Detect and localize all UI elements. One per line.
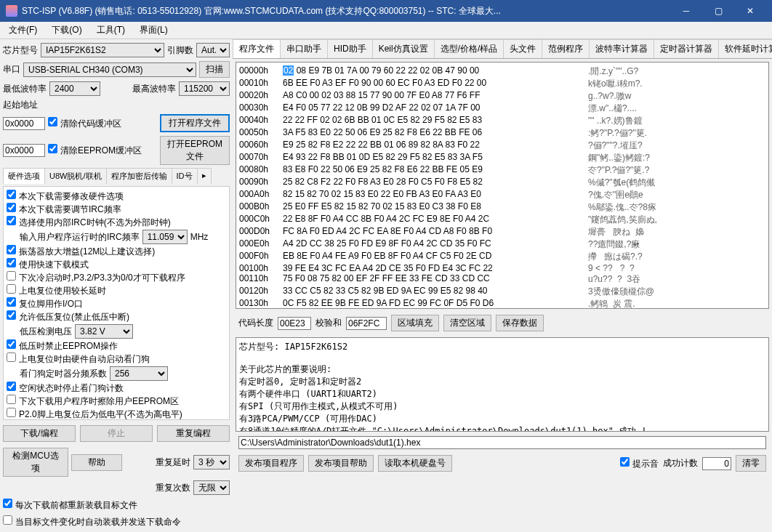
addr-code-input[interactable]: [3, 117, 45, 130]
left-panel: 芯片型号 IAP15F2K61S2 引脚数 Aut. 串口 USB-SERIAL…: [0, 39, 233, 532]
code-length-label: 代码长度: [238, 317, 273, 329]
clear-code-check[interactable]: 清除代码缓冲区: [48, 117, 121, 130]
lvd-label: 低压检测电压: [20, 326, 72, 338]
clear-eeprom-check[interactable]: 清除EEPROM缓冲区: [48, 144, 142, 157]
download-button[interactable]: 下载/编程: [3, 425, 76, 442]
open-eeprom-file-button[interactable]: 打开EEPROM文件: [160, 136, 230, 165]
tab-baud-calc[interactable]: 波特率计算器: [589, 39, 654, 58]
read-hw-id-button[interactable]: 读取本机硬盘号: [378, 455, 452, 472]
port-label: 串口: [3, 63, 20, 76]
pin-select[interactable]: Aut.: [196, 43, 230, 57]
menu-ui[interactable]: 界面(L): [134, 23, 174, 38]
hex-view[interactable]: 00000h 02 08 E9 7B 01 7A 00 79 60 22 22 …: [236, 62, 769, 309]
checksum-field[interactable]: [346, 317, 387, 330]
minimize-button[interactable]: ─: [670, 0, 702, 22]
success-count-field[interactable]: [702, 457, 731, 470]
hw-option[interactable]: 下次冷启动时,P3.2/P3.3为0/0才可下载程序: [7, 273, 185, 283]
hw-option[interactable]: 本次下载需要调节IRC频率: [7, 204, 121, 214]
menubar: 文件(F) 下载(O) 工具(T) 界面(L): [0, 22, 772, 39]
file-path-input[interactable]: [238, 436, 766, 449]
tab-timer-calc[interactable]: 定时器计算器: [654, 39, 719, 58]
port-select[interactable]: USB-SERIAL CH340 (COM3): [23, 63, 196, 77]
hw-panel: 本次下载需要修改硬件选项本次下载需要调节IRC频率选择使用内部IRC时钟(不选为…: [3, 186, 230, 420]
fill-region-button[interactable]: 区域填充: [391, 315, 439, 331]
checksum-label: 校验和: [315, 317, 342, 329]
auto-reload-check[interactable]: 每次下载前都重新装载目标文件: [3, 499, 230, 512]
auto-cmd-check[interactable]: 当目标文件变化时自动装载并发送下载命令: [3, 515, 230, 528]
retimes-label: 重复次数: [156, 482, 190, 494]
hw-tab-u8w[interactable]: U8W脱机/联机: [44, 168, 107, 184]
beep-check[interactable]: 提示音: [620, 457, 659, 470]
right-panel: 程序文件 串口助手 HID助手 Keil仿真设置 选型/价格/样品 头文件 范例…: [233, 39, 772, 532]
tab-hid-helper[interactable]: HID助手: [327, 39, 373, 58]
hw-option[interactable]: 低压时禁止EEPROM操作: [7, 341, 118, 351]
stop-button[interactable]: 停止: [80, 425, 153, 442]
hw-tab-more[interactable]: ▸: [197, 168, 212, 184]
hw-option[interactable]: 选择使用内部IRC时钟(不选为外部时钟): [7, 217, 171, 227]
min-baud-label: 最低波特率: [3, 83, 47, 95]
maximize-button[interactable]: ▢: [702, 0, 734, 22]
tab-program-file[interactable]: 程序文件: [233, 39, 281, 58]
clear-count-button[interactable]: 清零: [736, 455, 766, 472]
hw-tab-encrypt[interactable]: 程序加密后传输: [106, 168, 172, 184]
hw-tab-options[interactable]: 硬件选项: [3, 168, 45, 184]
max-baud-select[interactable]: 115200: [179, 81, 230, 96]
hw-option[interactable]: 复位脚用作I/O口: [7, 299, 83, 309]
menu-download[interactable]: 下载(O): [46, 23, 87, 38]
code-length-field[interactable]: [278, 317, 311, 330]
open-program-file-button[interactable]: 打开程序文件: [160, 114, 230, 132]
hw-option[interactable]: 允许低压复位(禁止低压中断): [7, 312, 129, 322]
max-baud-label: 最高波特率: [132, 83, 176, 95]
pin-label: 引脚数: [167, 44, 193, 57]
reprogram-button[interactable]: 重复编程: [157, 425, 230, 442]
publish-program-button[interactable]: 发布项目程序: [238, 455, 304, 472]
hw-option[interactable]: P2.0脚上电复位后为低电平(不选为高电平): [7, 409, 182, 419]
hw-option[interactable]: 下次下载用户程序时擦除用户EEPROM区: [7, 396, 179, 406]
menu-tools[interactable]: 工具(T): [91, 23, 131, 38]
help-button[interactable]: 帮助: [71, 454, 122, 471]
wdt-label: 看门狗定时器分频系数: [20, 368, 107, 380]
save-data-button[interactable]: 保存数据: [496, 315, 544, 331]
close-button[interactable]: ✕: [734, 0, 766, 22]
app-icon: [6, 5, 17, 17]
lvd-select[interactable]: 3.82 V: [75, 324, 133, 339]
tab-keil[interactable]: Keil仿真设置: [372, 39, 435, 58]
retimes-select[interactable]: 无限: [193, 480, 230, 495]
hw-option[interactable]: 振荡器放大增益(12M以上建议选择): [7, 246, 155, 257]
hw-option[interactable]: 上电复位使用较长延时: [7, 286, 106, 296]
hw-option[interactable]: 本次下载需要修改硬件选项: [7, 191, 124, 201]
clear-region-button[interactable]: 清空区域: [443, 315, 491, 331]
menu-file[interactable]: 文件(F): [3, 23, 43, 38]
irc-label: 输入用户程序运行时的IRC频率: [20, 231, 140, 243]
chip-label: 芯片型号: [3, 44, 38, 57]
addr-eeprom-input[interactable]: [3, 144, 45, 157]
hw-tab-id[interactable]: ID号: [172, 168, 198, 184]
main-tabs: 程序文件 串口助手 HID助手 Keil仿真设置 选型/价格/样品 头文件 范例…: [233, 39, 772, 59]
hw-option[interactable]: 使用快速下载模式: [7, 259, 89, 270]
redelay-select[interactable]: 3 秒: [193, 455, 230, 469]
tab-samples[interactable]: 范例程序: [542, 39, 590, 58]
chip-select[interactable]: IAP15F2K61S2: [41, 43, 164, 57]
start-addr-label: 起始地址: [3, 99, 230, 111]
detect-mcu-button[interactable]: 检测MCU选项: [3, 448, 68, 477]
min-baud-select[interactable]: 2400: [49, 81, 100, 96]
tab-serial-helper[interactable]: 串口助手: [280, 39, 328, 58]
hw-option[interactable]: 空闲状态时停止看门狗计数: [7, 383, 124, 393]
publish-help-button[interactable]: 发布项目帮助: [308, 455, 374, 472]
window-title: STC-ISP (V6.88F) (销售电话: 0513-55012928) 官…: [22, 5, 670, 17]
tab-selection[interactable]: 选型/价格/样品: [434, 39, 504, 58]
tab-delay-calc[interactable]: 软件延时计算: [718, 39, 772, 58]
irc-unit: MHz: [190, 232, 209, 242]
tab-headers[interactable]: 头文件: [503, 39, 542, 58]
success-count-label: 成功计数: [663, 457, 698, 469]
scan-button[interactable]: 扫描: [199, 61, 230, 78]
redelay-label: 重复延时: [156, 456, 190, 469]
log-area[interactable]: 芯片型号: IAP15F2K61S2 关于此芯片的重要说明: 有定时器0, 定时…: [236, 337, 769, 432]
irc-freq-select[interactable]: 11.0592: [142, 230, 188, 244]
hw-option[interactable]: 上电复位时由硬件自动启动看门狗: [7, 354, 150, 364]
titlebar: STC-ISP (V6.88F) (销售电话: 0513-55012928) 官…: [0, 0, 772, 22]
wdt-select[interactable]: 256: [110, 366, 168, 381]
